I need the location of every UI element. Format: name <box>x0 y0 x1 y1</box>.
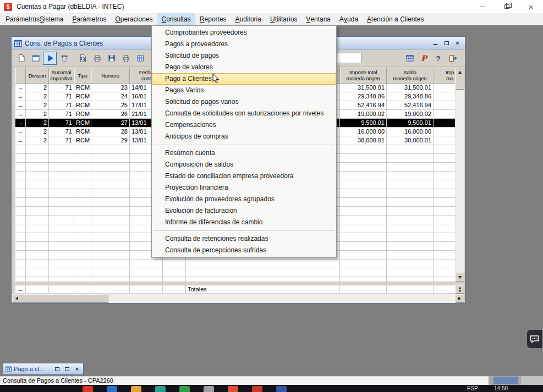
cell-concepto[interactable]: Totales <box>186 285 340 294</box>
vertical-scrollbar[interactable] <box>455 68 464 281</box>
menu-item-pago-a-clientes[interactable]: Pago a Clientes <box>152 73 336 85</box>
cell-saldo[interactable]: 31,500.01 <box>387 84 434 92</box>
cell-imp2[interactable] <box>434 128 455 136</box>
column-header-numero[interactable]: Numero <box>91 68 130 84</box>
exit-button[interactable] <box>446 52 459 65</box>
cell-tipo[interactable]: RCM <box>74 136 91 145</box>
cell-imp2[interactable] <box>434 119 455 128</box>
chat-widget-button[interactable] <box>527 330 542 348</box>
menu-item-resumen-cuenta[interactable]: Resúmen cuenta <box>152 147 336 159</box>
cell-saldo[interactable]: 19,000.02 <box>387 110 434 119</box>
cell-sel[interactable]: → <box>15 110 26 119</box>
cell-sel[interactable]: → <box>15 285 26 294</box>
cell-numero[interactable]: 26 <box>91 110 130 119</box>
cell-numero[interactable]: 25 <box>91 101 130 110</box>
cell-numero[interactable]: 24 <box>91 92 130 101</box>
menu-item-anticipos-de-compras[interactable]: Anticipos de compras <box>152 131 336 142</box>
menubar-item-parametros-sistema[interactable]: Parámetros Sistema <box>1 13 68 25</box>
cell-importe[interactable]: 31,500.01 <box>340 84 387 92</box>
cell-numero[interactable]: 29 <box>91 136 130 145</box>
cell-imp2[interactable] <box>434 110 455 119</box>
cell-sucursal[interactable]: 71 <box>49 136 74 145</box>
print-alt-button[interactable] <box>119 52 133 65</box>
cell-division[interactable]: 2 <box>26 110 49 119</box>
cell-importe[interactable]: 9,500.01 <box>340 119 387 128</box>
menubar-item-parametros[interactable]: Parámetros <box>68 13 111 25</box>
horizontal-scroll-thumb[interactable] <box>21 294 108 303</box>
taskbar-icon[interactable] <box>83 386 93 392</box>
menu-item-estado-de-conciliacion-empresa-proveedora[interactable]: Estado de conciliacion empresa proveedor… <box>152 170 336 182</box>
menu-item-proyeccion-financiera[interactable]: Proyección financiera <box>152 182 336 194</box>
cell-importe[interactable]: 19,000.02 <box>340 110 387 119</box>
titlebar[interactable]: $ Cuentas a Pagar (dbELDIA - INTEC) × <box>0 0 543 13</box>
cell-sel[interactable]: → <box>15 92 26 101</box>
cell-saldo[interactable] <box>387 285 434 294</box>
cell-tipo[interactable]: RCM <box>74 128 91 136</box>
menu-item-composicion-de-saldos[interactable]: Composición de saldos <box>152 159 336 170</box>
child-maximize-button[interactable] <box>442 39 451 47</box>
menubar-item-atencion-a-clientes[interactable]: Atención a Clientes <box>363 13 428 25</box>
delete-record-button[interactable] <box>57 52 71 65</box>
totales-grid-row[interactable]: →Totales <box>15 285 455 294</box>
grid-settings-button[interactable] <box>403 52 416 65</box>
vertical-scroll-thumb[interactable] <box>456 76 464 90</box>
cell-numero[interactable]: 28 <box>91 128 130 136</box>
menu-item-pago-de-valores[interactable]: Pago de valores <box>152 62 336 73</box>
menubar-item-operaciones[interactable]: Operaciones <box>111 13 157 25</box>
cell-division[interactable]: 2 <box>26 119 49 128</box>
cell-extra1[interactable] <box>163 285 186 294</box>
cell-importe[interactable]: 38,000.01 <box>340 136 387 145</box>
cell-sucursal[interactable]: 71 <box>49 119 74 128</box>
cell-sel[interactable]: → <box>15 101 26 110</box>
cell-division[interactable]: 2 <box>26 128 49 136</box>
cell-division[interactable]: 2 <box>26 136 49 145</box>
cell-sucursal[interactable]: 71 <box>49 101 74 110</box>
cell-importe[interactable]: 16,000.00 <box>340 128 387 136</box>
taskbar-icon[interactable] <box>179 386 190 392</box>
column-header-importe-total-moneda-origen[interactable]: Importe totalmoneda origen <box>340 68 387 84</box>
cell-importe[interactable]: 29,348.86 <box>340 92 387 101</box>
column-header-tipo[interactable]: Tipo <box>74 68 91 84</box>
preview-button[interactable] <box>76 52 90 65</box>
horizontal-scrollbar[interactable] <box>12 294 464 303</box>
minimized-window-pago[interactable]: Pago a cl... × <box>3 363 84 375</box>
cell-division[interactable]: 2 <box>26 84 49 92</box>
print-button[interactable] <box>90 52 104 65</box>
cell-imp2[interactable] <box>434 136 455 145</box>
menu-item-consulta-de-retenciones-realizadas[interactable]: Consulta de retenciones realizadas <box>152 233 336 245</box>
cell-sucursal[interactable]: 71 <box>49 110 74 119</box>
min-restore-button[interactable] <box>53 366 61 373</box>
menu-item-evolucion-de-facturacion[interactable]: Evolución de facturacion <box>152 205 336 217</box>
cell-sucursal[interactable]: 71 <box>49 84 74 92</box>
menubar-item-ayuda[interactable]: Ayuda <box>335 13 363 25</box>
taskbar-icon[interactable] <box>204 386 214 392</box>
cell-tipo[interactable] <box>74 285 91 294</box>
scroll-right-button[interactable] <box>455 294 464 303</box>
menu-item-comprobantes-proveedores[interactable]: Comprobantes proveedores <box>152 27 336 38</box>
column-header-sel[interactable] <box>15 68 26 84</box>
column-header-sucursal-impositiva[interactable]: Sucursalimpositiva <box>49 68 74 84</box>
cell-saldo[interactable]: 9,500.01 <box>387 119 434 128</box>
taskbar-icon[interactable] <box>252 386 262 392</box>
cell-sel[interactable]: → <box>15 128 26 136</box>
menubar-item-utilitarios[interactable]: Utilitarios <box>266 13 301 25</box>
cell-fecha[interactable] <box>130 285 163 294</box>
open-form-button[interactable] <box>29 52 42 65</box>
help-button[interactable]: ? <box>431 52 445 65</box>
cell-sel[interactable]: → <box>15 136 26 145</box>
save-button[interactable] <box>105 52 118 65</box>
horizontal-scroll-track[interactable] <box>21 294 455 303</box>
taskbar-language[interactable]: ESP <box>467 385 478 391</box>
menubar-item-reportes[interactable]: Reportes <box>195 13 231 25</box>
cell-division[interactable]: 2 <box>26 101 49 110</box>
cell-imp2[interactable] <box>434 101 455 110</box>
cell-saldo[interactable]: 29,348.86 <box>387 92 434 101</box>
cell-tipo[interactable]: RCM <box>74 119 91 128</box>
cell-saldo[interactable]: 16,000.00 <box>387 128 434 136</box>
menu-item-consulta-de-solicitudes-con-autorizaciones-por-niveles[interactable]: Consulta de solicitudes con autorizacion… <box>152 108 336 119</box>
min-maximize-button[interactable] <box>63 366 71 373</box>
menu-item-compensaciones[interactable]: Compensaciones <box>152 119 336 131</box>
row-splitter[interactable] <box>455 285 464 294</box>
cell-sel[interactable]: → <box>15 84 26 92</box>
cell-imp2[interactable] <box>434 285 455 294</box>
